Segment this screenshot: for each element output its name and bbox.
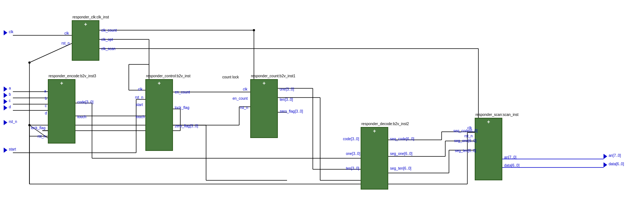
enc-d-in: d	[45, 111, 47, 115]
clk-inst-clk-in: clk	[64, 31, 69, 35]
c-label: c	[9, 99, 11, 103]
ctrl-clk-in: clk	[138, 87, 142, 91]
an-output-label: an[7..0]	[609, 153, 621, 158]
clk-inst-title: responder_clk:clk_inst	[72, 15, 109, 19]
enc-touch-out: touch	[77, 115, 86, 119]
cnt-rstn-in: rst_n	[240, 106, 248, 110]
enc-lockflag-in: lock_flag	[31, 126, 45, 130]
ctrl-rstn-in: rst_n	[135, 95, 143, 99]
scan-title: responder_scan:scan_inst	[475, 113, 519, 117]
scan-block[interactable]: responder_scan:scan_inst + clk rst_n seq…	[475, 118, 502, 180]
a-label: a	[9, 86, 11, 90]
cnt-clk-in: clk	[243, 87, 247, 91]
clk-inst-block[interactable]: responder_clk:clk_inst + clk rst_n clk_c…	[72, 20, 99, 61]
dec-seqcode-out: seq_code[6..0]	[390, 137, 414, 141]
clk-scan-out: clk_scan	[101, 47, 116, 51]
clk-opt-out: clk_opt	[101, 38, 113, 42]
scan-rstn-in: rst_n	[464, 134, 473, 138]
d-label: d	[9, 105, 11, 109]
scan-segten-in: seg_ten[6..0]	[455, 149, 476, 153]
b-label: b	[9, 92, 11, 96]
count-title: responder_count:b2v_inst1	[251, 74, 296, 78]
start-label: start	[9, 147, 16, 151]
svg-line-2	[29, 43, 72, 63]
enc-code-out: code[3..0]	[77, 100, 93, 104]
scan-data-out: data[6..0]	[504, 163, 520, 167]
cnt-zeroflag-out: zero_flag[3..0]	[280, 109, 303, 113]
dec-segone-out: seg_one[6..0]	[390, 152, 413, 156]
scan-an-out: an[7..0]	[504, 155, 516, 159]
ctrl-encount-out: en_count	[175, 90, 190, 94]
dec-ten-in: ten[3..0]	[346, 166, 359, 170]
svg-point-60	[28, 124, 31, 126]
ctrl-zeroflag-out: zero_flag[3..0]	[175, 124, 198, 128]
diagram-container: clk a b c d rst_n start an[7..0] data[6.…	[0, 0, 644, 212]
scan-segone-in: seg_one[6..0]	[454, 139, 477, 143]
enc-c-in: c	[45, 104, 47, 108]
dec-one-in: one[3..0]	[346, 152, 360, 156]
enc-b-in: b	[45, 96, 47, 100]
ctrl-start-in: start	[136, 103, 143, 107]
encode-title: responder_encode:b2v_inst3	[49, 74, 96, 78]
dec-code-in: code[3..0]	[343, 137, 359, 141]
ctrl-touch-in: touch	[136, 115, 145, 119]
decode-block[interactable]: responder_decode:b2v_inst2 + code[3..0] …	[361, 127, 388, 190]
scan-seqcode-in: seq_code[6..0]	[453, 129, 478, 133]
enc-a-in: a	[44, 89, 46, 93]
svg-point-59	[28, 61, 31, 64]
control-title: responder_control:b2v_inst	[146, 74, 191, 78]
clk-count-out: clk_count	[101, 28, 117, 32]
count-block[interactable]: responder_count:b2v_inst1 + clk en_count…	[250, 79, 278, 138]
count-lock-label: count lock	[222, 75, 239, 79]
enc-rstn-in: rst_n	[38, 134, 46, 138]
cnt-encount-in: en_count	[233, 96, 248, 100]
encode-block[interactable]: responder_encode:b2v_inst3 + a b c d loc…	[48, 79, 75, 144]
data-output-label: data[6..0]	[609, 162, 624, 166]
control-block[interactable]: responder_control:b2v_inst + clk rst_n s…	[145, 79, 173, 151]
decode-title: responder_decode:b2v_inst2	[361, 122, 409, 126]
dec-segten-out: seg_ten[6..0]	[390, 166, 411, 170]
cnt-ten-out: ten[3..0]	[280, 98, 293, 102]
ctrl-lockflag-out: lock_flag	[175, 106, 189, 110]
clk-inst-rstn-in: rst_n	[61, 41, 70, 45]
rst-n-label: rst_n	[9, 120, 17, 124]
cnt-one-out: one[3..0]	[280, 87, 294, 91]
clk-label: clk	[9, 30, 13, 34]
svg-point-61	[253, 29, 255, 31]
